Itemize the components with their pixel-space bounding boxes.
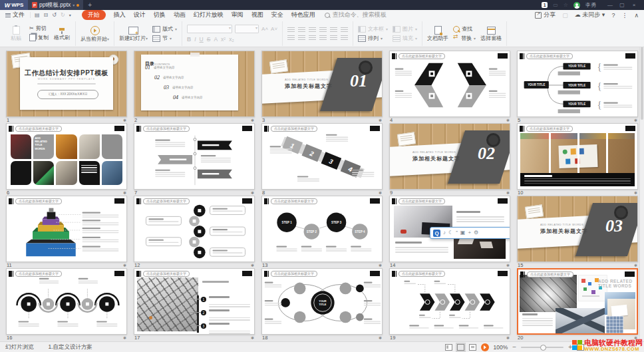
undo-icon[interactable]: ↺ bbox=[52, 12, 57, 18]
format-painter-button[interactable]: 格式刷 bbox=[53, 27, 71, 41]
decrease-font-button[interactable]: A˅ bbox=[271, 26, 277, 32]
transition-star-icon[interactable]: ✱ bbox=[506, 118, 510, 122]
cut-button[interactable]: ✂剪切 bbox=[29, 26, 49, 31]
zoom-out-button[interactable]: − bbox=[512, 344, 516, 351]
zoom-slider[interactable] bbox=[521, 347, 564, 348]
slide-thumbnail-6[interactable]: 点击此处添加相关标题文字ADD RELATED TITLE WORDS6✱ bbox=[6, 123, 127, 196]
zoom-slider-knob[interactable] bbox=[540, 345, 546, 351]
assistant-badge[interactable]: 1 bbox=[542, 2, 548, 8]
transition-star-icon[interactable]: ✱ bbox=[379, 118, 382, 122]
align-right-icon[interactable] bbox=[309, 35, 316, 41]
slide-thumbnail-14[interactable]: 点击此处添加相关标题文字 Q ♪ ☾ ” ▣ + ⚙ 14✱ bbox=[389, 196, 510, 268]
toolbar-tool-icon[interactable]: ⚙ bbox=[474, 230, 478, 236]
slide-thumbnail-3[interactable]: ADD RELATED TITLE WORDS 添加相关标题文字 01 3✱ bbox=[261, 51, 383, 123]
transition-star-icon[interactable]: ✱ bbox=[634, 118, 637, 122]
menu-tab-10[interactable]: 特色应用 bbox=[291, 11, 315, 19]
slide-thumbnail-15[interactable]: ADD RELATED TITLE WORDS 添加相关标题文字 03 15✱ bbox=[517, 196, 638, 268]
slide-thumbnail-18[interactable]: 点击此处添加相关标题文字 YOUR TITLE 18✱ bbox=[261, 268, 383, 341]
menu-tab-9[interactable]: 安全 bbox=[271, 11, 283, 19]
picture-button[interactable]: 图片▾ bbox=[393, 26, 417, 33]
minimize-button[interactable]: — bbox=[604, 2, 616, 8]
wps-logo[interactable]: WWPS bbox=[0, 0, 28, 10]
share-button[interactable]: 分享 bbox=[535, 11, 556, 19]
columns-icon[interactable] bbox=[341, 35, 348, 41]
help-button[interactable]: ? bbox=[611, 12, 615, 19]
qat-more-icon[interactable]: ▾ bbox=[69, 13, 71, 17]
italic-button[interactable]: I bbox=[194, 36, 196, 43]
section-button[interactable]: 节▾ bbox=[152, 35, 177, 42]
restore-button[interactable]: ▢ bbox=[616, 2, 628, 8]
transition-star-icon[interactable]: ✱ bbox=[251, 263, 254, 267]
save-icon[interactable]: ▤ bbox=[35, 12, 40, 18]
command-search[interactable]: 查找命令、搜索模板 bbox=[325, 11, 387, 19]
menu-tab-2[interactable]: 插入 bbox=[114, 11, 126, 19]
bold-button[interactable]: B bbox=[187, 36, 191, 43]
line-spacing-icon[interactable] bbox=[330, 27, 337, 33]
file-menu[interactable]: 文件 bbox=[0, 11, 30, 19]
transition-star-icon[interactable]: ✱ bbox=[251, 335, 254, 340]
find-button[interactable]: 查找 bbox=[453, 26, 476, 33]
slide-thumbnail-2[interactable]: 目录/CONTENTS 01 请替换文字内容 02 请替换文字内容 03 请替换… bbox=[134, 51, 255, 123]
transition-star-icon[interactable]: ✱ bbox=[123, 335, 126, 340]
message-icon[interactable]: ▭ bbox=[553, 2, 558, 8]
more-menu-button[interactable]: ⋮ bbox=[621, 12, 627, 19]
slideshow-play-button[interactable] bbox=[481, 343, 489, 351]
copy-button[interactable]: 复制 bbox=[29, 34, 49, 41]
document-tab[interactable]: P ppt模板.pptx ▾ bbox=[28, 0, 83, 10]
collapse-ribbon-button[interactable]: ∧ bbox=[634, 12, 639, 19]
slide-thumbnail-17[interactable]: 点击此处添加相关标题文字 1 2 3 17✱ bbox=[134, 268, 255, 341]
slide-thumbnail-19[interactable]: 点击此处添加相关标题文字 19✱ bbox=[389, 268, 510, 341]
vertical-scrollbar[interactable] bbox=[639, 45, 644, 342]
slide-thumbnail-20[interactable]: 点击此处添加相关标题文字 ADD RELATED TITLE WORDS 20✱ bbox=[517, 268, 638, 341]
font-color-button[interactable]: A bbox=[214, 36, 218, 43]
slide-thumbnail-5[interactable]: 点击此处添加相关标题文字 YOUR TITLE YOUR TITLE { YOU… bbox=[517, 51, 638, 123]
strikethrough-button[interactable]: S bbox=[207, 36, 211, 43]
fit-window-button[interactable] bbox=[577, 344, 584, 351]
increase-indent-icon[interactable] bbox=[319, 27, 327, 33]
toolbar-speaker-icon[interactable]: ♪ bbox=[443, 230, 446, 236]
transition-star-icon[interactable]: ✱ bbox=[379, 335, 382, 340]
fill-button[interactable]: 填充▾ bbox=[393, 35, 417, 42]
new-tab-button[interactable]: + bbox=[83, 1, 96, 9]
toolbar-quote-icon[interactable]: ” bbox=[456, 230, 458, 236]
zoom-in-button[interactable]: + bbox=[568, 344, 572, 351]
toolbar-image-icon[interactable]: ▣ bbox=[460, 230, 466, 236]
text-direction-icon[interactable] bbox=[341, 27, 348, 33]
font-size-combo[interactable] bbox=[235, 25, 259, 33]
transition-star-icon[interactable]: ✱ bbox=[379, 190, 382, 195]
arrange-button[interactable]: 排列▾ bbox=[358, 35, 388, 42]
transition-star-icon[interactable]: ✱ bbox=[123, 118, 126, 122]
underline-button[interactable]: U bbox=[200, 36, 204, 43]
slide-thumbnail-16[interactable]: 点击此处添加相关标题文字 16✱ bbox=[6, 268, 127, 341]
slide-thumbnail-7[interactable]: 点击此处添加相关标题文字 7✱ bbox=[134, 123, 255, 196]
menu-tab-8[interactable]: 视图 bbox=[251, 11, 263, 19]
toolbar-add-icon[interactable]: + bbox=[468, 230, 471, 236]
slide-thumbnail-8[interactable]: 点击此处添加相关标题文字 1 2 3 4 8✱ bbox=[261, 123, 383, 196]
replace-button[interactable]: 替换▾ bbox=[453, 35, 476, 41]
font-family-combo[interactable] bbox=[187, 25, 232, 33]
transition-star-icon[interactable]: ✱ bbox=[506, 190, 510, 195]
slide-thumbnail-10[interactable]: 点击此处添加相关标题文字 10✱ bbox=[517, 123, 638, 196]
align-center-icon[interactable] bbox=[298, 35, 305, 41]
menu-tab-4[interactable]: 切换 bbox=[154, 11, 166, 19]
slide-thumbnail-4[interactable]: 点击此处添加相关标题文字 4✱ bbox=[389, 51, 510, 123]
transition-star-icon[interactable]: ✱ bbox=[123, 263, 126, 267]
transition-star-icon[interactable]: ✱ bbox=[251, 118, 254, 122]
justify-icon[interactable] bbox=[319, 35, 327, 41]
play-from-current-button[interactable]: 从当前开始▾ bbox=[80, 26, 109, 42]
menu-tab-5[interactable]: 动画 bbox=[174, 11, 186, 19]
numbering-icon[interactable] bbox=[298, 27, 305, 33]
menu-tab-3[interactable]: 设计 bbox=[134, 11, 146, 19]
transition-star-icon[interactable]: ✱ bbox=[506, 335, 510, 340]
zoom-percent-label[interactable]: 100% bbox=[494, 344, 508, 351]
slide-thumbnail-1[interactable]: 工作总结计划安排PPT模板 WORK SUMMARY PPT TEMPLATE … bbox=[6, 51, 127, 123]
sorter-view-button[interactable] bbox=[457, 344, 464, 351]
text-box-button[interactable]: 文本框▾ bbox=[358, 26, 388, 33]
normal-view-button[interactable] bbox=[445, 344, 452, 351]
doc-assistant-button[interactable]: 文档助手 bbox=[427, 26, 448, 41]
slide-thumbnail-13[interactable]: 点击此处添加相关标题文字 STEP 1 STEP 2 STEP 3 STEP 4… bbox=[261, 196, 383, 268]
favorite-star-icon[interactable]: ☆ bbox=[564, 2, 568, 8]
transition-star-icon[interactable]: ✱ bbox=[634, 190, 637, 195]
reading-view-button[interactable] bbox=[469, 344, 476, 351]
paste-button[interactable]: 粘贴 bbox=[7, 26, 25, 41]
